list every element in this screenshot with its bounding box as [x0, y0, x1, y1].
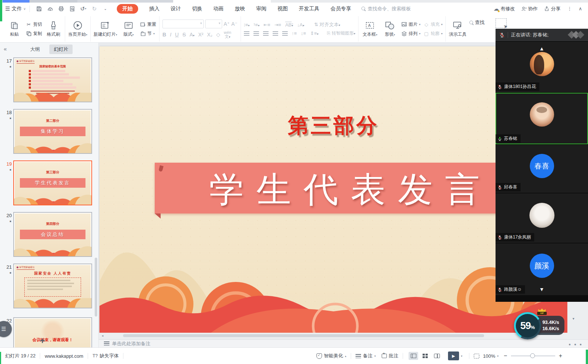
slide-sorter-view-button[interactable] [420, 352, 430, 360]
doc-tab[interactable] [77, 0, 173, 3]
new-slide-button[interactable]: 新建幻灯片▾ [94, 21, 117, 38]
scroll-left-arrow[interactable]: ◂ [102, 334, 104, 338]
print-preview-button[interactable] [69, 5, 76, 13]
command-search[interactable]: 查找命令、搜索模板 [361, 6, 411, 12]
increase-font-button[interactable]: A⁺ [224, 21, 230, 27]
decrease-font-button[interactable]: A⁻ [231, 21, 238, 27]
copy-button[interactable]: 复制 [26, 31, 42, 37]
zoom-slider[interactable] [511, 356, 555, 356]
undo-button[interactable]: ↺▾ [80, 5, 87, 13]
scroll-participants-up[interactable]: ▲ [539, 46, 545, 52]
tab-insert[interactable]: 插入 [149, 6, 160, 12]
subscript-button[interactable]: X₂ [207, 32, 213, 38]
slide-21-thumbnail[interactable]: 保守国家秘密法 国家安全 人人有责 [13, 264, 92, 308]
font-name-select[interactable] [162, 20, 204, 28]
tab-outline[interactable]: 大纲 [26, 45, 44, 54]
slide-19-thumbnail[interactable]: 第三部分 学生代表发言 [13, 160, 92, 205]
slide-20-thumbnail[interactable]: 第四部分 会议总结 [13, 212, 92, 257]
slide-18-thumbnail[interactable]: 第二部分 集体学习 [13, 109, 92, 154]
line-spacing-down-button[interactable]: ↕≡ [301, 31, 306, 36]
participant-tile-speaking[interactable]: 苏春铭 [496, 92, 588, 144]
tab-home[interactable]: 开始 [117, 4, 138, 14]
reset-button[interactable]: 重置 [140, 21, 156, 28]
collapse-ribbon-button[interactable]: ∧ [578, 6, 582, 11]
doc-tab[interactable] [29, 0, 77, 3]
line-spacing-button[interactable]: ⇕≡▾ [310, 31, 319, 36]
decrease-indent-button[interactable]: ⇤≡ [263, 22, 270, 28]
participant-tile[interactable]: 春喜 邱春喜 [496, 144, 588, 193]
scroll-down-arrow[interactable]: ▾ [573, 317, 574, 321]
zoom-in-button[interactable]: + [559, 353, 562, 359]
distribute-button[interactable] [282, 31, 288, 36]
active-doc-tab[interactable] [3, 0, 29, 3]
sort-text-button[interactable]: ↓A▾ [297, 22, 304, 28]
missing-font-warning[interactable]: T? 缺失字体 [92, 353, 119, 359]
fill-button[interactable]: ◇填充▾ [423, 21, 442, 28]
phonetic-guide-button[interactable]: wén文▾ [224, 31, 231, 39]
tab-devtools[interactable]: 开发工具 [299, 6, 319, 12]
more-dots-icon[interactable]: ● ● ● [568, 342, 583, 346]
participant-tile[interactable]: 康体17佘凤丽 [496, 193, 588, 243]
justify-button[interactable] [273, 31, 278, 36]
collapse-panel-button[interactable]: « [4, 46, 7, 52]
normal-view-button[interactable] [409, 352, 418, 360]
outline-button[interactable]: ▢轮廓▾ [423, 31, 442, 37]
quickbar-more-button[interactable]: ⌄ [102, 5, 109, 13]
align-left-button[interactable] [244, 31, 249, 36]
tab-review[interactable]: 审阅 [256, 6, 266, 12]
scrollbar-thumb[interactable] [123, 334, 484, 337]
numbered-list-button[interactable]: ¹≡▾ [253, 22, 259, 28]
increase-indent-button[interactable]: ⇥≡ [274, 22, 281, 28]
text-direction-button[interactable]: AB▾ [285, 22, 293, 28]
bold-button[interactable]: B [162, 32, 166, 38]
comments-button[interactable]: + 批注 [382, 353, 398, 359]
reading-view-button[interactable] [432, 352, 442, 360]
paste-button[interactable]: 粘贴 [6, 21, 23, 38]
cut-button[interactable]: ✂剪切 [26, 21, 42, 28]
tab-slides[interactable]: 幻灯片 [49, 45, 73, 54]
export-button[interactable] [46, 5, 54, 13]
align-text-button[interactable]: ⇅ 对齐文本▾ [314, 21, 340, 28]
to-smart-graphic-button[interactable]: ⎘ 转智能图形▾ [327, 30, 355, 36]
more-menu-button[interactable]: ⋮ [567, 6, 572, 11]
font-color-button[interactable]: A▾ [190, 32, 195, 38]
modified-status[interactable]: ☁ 有修改 [493, 6, 515, 12]
smart-beautify-button[interactable]: 智能美化 ▴ [316, 353, 346, 359]
tab-view[interactable]: 视图 [277, 6, 288, 12]
scroll-participants-down[interactable]: ▼ [539, 286, 545, 292]
picture-button[interactable]: 图片▾ [401, 21, 420, 28]
section-button[interactable]: 节▾ [140, 31, 156, 37]
panel-scrollbar[interactable] [95, 258, 97, 317]
redo-button[interactable]: ↻ [91, 5, 98, 13]
text-box-button[interactable]: A 文本框▾ [361, 21, 378, 38]
font-size-select[interactable] [205, 20, 222, 28]
slide-22-thumbnail[interactable]: 会议结束，谢谢观看！ [13, 317, 92, 347]
clear-format-button[interactable]: ◇ [216, 32, 220, 38]
align-center-button[interactable] [253, 31, 259, 36]
tab-animation[interactable]: 动画 [213, 6, 224, 12]
present-tools-button[interactable]: 演示工具 [449, 21, 466, 38]
performance-gauge[interactable]: 59 % [514, 312, 541, 339]
selection-tool-button[interactable]: ➤ [496, 18, 507, 28]
shapes-button[interactable]: 形状▾ [381, 21, 398, 38]
find-button[interactable]: 查找 [469, 19, 484, 26]
template-url[interactable]: www.kakappt.com [45, 353, 83, 359]
slideshow-button[interactable]: ▶ ▾ [448, 351, 462, 360]
horizontal-scrollbar[interactable]: ◂ [99, 333, 567, 339]
notes-bar[interactable]: 单击此处添加备注 ● ● ● [99, 339, 588, 347]
save-button[interactable] [35, 5, 43, 13]
print-button[interactable] [57, 5, 65, 13]
tab-member[interactable]: 会员专享 [330, 6, 351, 12]
slide-17-thumbnail[interactable]: 保守国家秘密法 国家秘密的基本范围 [13, 57, 92, 102]
arrange-button[interactable]: 排列▾ [401, 31, 420, 37]
tab-design[interactable]: 设计 [171, 6, 181, 12]
superscript-button[interactable]: X² [198, 32, 203, 38]
play-from-current-button[interactable]: 当页开始▾ [68, 21, 87, 38]
zoom-out-button[interactable]: − [504, 353, 507, 359]
zoom-slider-knob[interactable] [530, 353, 535, 358]
align-right-button[interactable] [263, 31, 269, 36]
file-menu[interactable]: ☰ 文件 ∨ [0, 6, 26, 12]
strikethrough-button[interactable]: S [182, 32, 186, 38]
zoom-level[interactable]: 100% ▾ [483, 353, 498, 359]
share-button[interactable]: 分享 [544, 6, 560, 12]
